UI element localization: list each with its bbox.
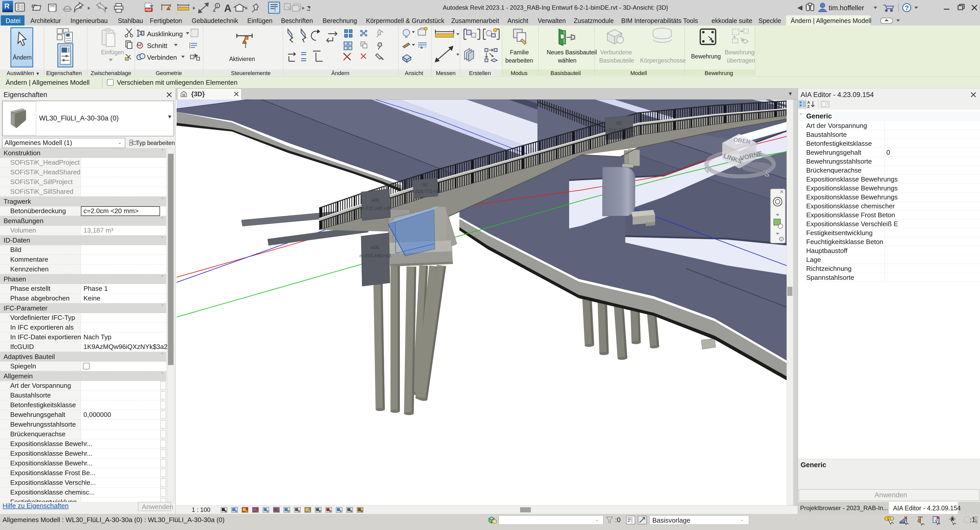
svg-text:A: A bbox=[807, 100, 810, 104]
svg-text:Verbinden: Verbinden bbox=[147, 54, 177, 61]
svg-text:00+284,315 m: 00+284,315 m bbox=[360, 253, 391, 258]
svg-text:Ausklinkung: Ausklinkung bbox=[147, 30, 183, 38]
svg-text:1: 1 bbox=[216, 3, 218, 8]
svg-text:30: 30 bbox=[422, 182, 428, 188]
svg-text:Z: Z bbox=[807, 104, 810, 108]
svg-text:30a: 30a bbox=[372, 197, 380, 203]
svg-text:Schnitt: Schnitt bbox=[147, 42, 167, 49]
svg-text:tim.hoffeller: tim.hoffeller bbox=[829, 4, 864, 12]
svg-text:30a: 30a bbox=[371, 245, 379, 250]
svg-text:PDF: PDF bbox=[145, 8, 151, 12]
svg-text:A: A bbox=[224, 3, 231, 14]
svg-text:?: ? bbox=[905, 4, 909, 12]
svg-text:Einfügen: Einfügen bbox=[101, 49, 124, 56]
svg-text:00+284,315 m: 00+284,315 m bbox=[360, 205, 391, 211]
svg-text:00+277,815 m: 00+277,815 m bbox=[410, 189, 441, 194]
svg-text:20: 20 bbox=[616, 120, 621, 126]
